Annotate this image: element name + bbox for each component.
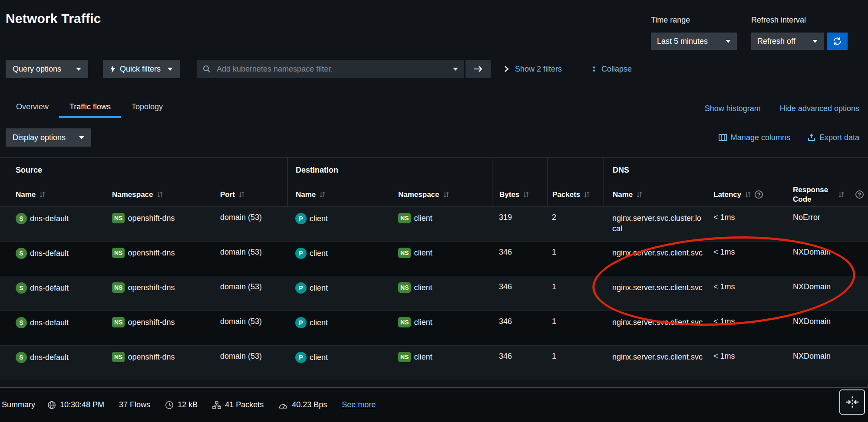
time-range-dropdown[interactable]: Last 5 minutes bbox=[651, 33, 737, 50]
column-header-row: Name Namespace Port Name Namespace Bytes bbox=[0, 183, 868, 207]
dns-latency: < 1ms bbox=[713, 213, 735, 222]
namespace-badge: NS bbox=[112, 282, 125, 293]
table-body: S dns-default NS openshift-dns domain (5… bbox=[0, 207, 868, 380]
show-histogram-label: Show histogram bbox=[705, 104, 761, 113]
hide-advanced-options-label: Hide advanced options bbox=[780, 104, 859, 113]
export-data-link[interactable]: Export data bbox=[808, 133, 859, 142]
show-filters-link[interactable]: Show 2 filters bbox=[515, 65, 562, 74]
refresh-interval-dropdown[interactable]: Refresh off bbox=[751, 33, 824, 50]
column-header-source-port[interactable]: Port bbox=[220, 183, 287, 206]
column-header-dns-response-code[interactable]: Response Code ? bbox=[787, 183, 868, 206]
column-header-dns-name[interactable]: Name bbox=[604, 183, 708, 206]
pod-badge: P bbox=[295, 352, 307, 363]
column-group-source: Source bbox=[0, 158, 287, 183]
column-header-destination-name[interactable]: Name bbox=[287, 183, 398, 206]
tab-topology[interactable]: Topology bbox=[121, 98, 173, 118]
tab-overview[interactable]: Overview bbox=[6, 98, 59, 118]
query-options-button[interactable]: Query options bbox=[6, 60, 88, 78]
destination-name: client bbox=[310, 353, 328, 362]
cell-source-namespace: NS openshift-dns bbox=[112, 207, 220, 241]
table-row[interactable]: S dns-default NS openshift-dns domain (5… bbox=[0, 311, 868, 346]
column-header-dns-latency[interactable]: Latency ? bbox=[708, 183, 787, 206]
cell-destination-namespace: NS client bbox=[398, 346, 492, 380]
cell-dns-name: nginx.server.svc.client.svc bbox=[604, 311, 708, 345]
columns-icon bbox=[719, 134, 727, 141]
sort-icon[interactable] bbox=[40, 191, 45, 198]
help-icon[interactable]: ? bbox=[755, 190, 763, 199]
pod-badge: P bbox=[295, 317, 307, 328]
show-filters-label: Show 2 filters bbox=[515, 65, 562, 74]
sort-icon[interactable] bbox=[320, 191, 325, 198]
column-header-label: Port bbox=[220, 190, 235, 199]
cell-dns-latency: < 1ms bbox=[708, 346, 787, 380]
table-row[interactable]: S dns-default NS openshift-dns domain (5… bbox=[0, 276, 868, 311]
manage-columns-label: Manage columns bbox=[731, 133, 790, 142]
sort-icon[interactable] bbox=[745, 191, 751, 198]
cell-source-port: domain (53) bbox=[220, 276, 287, 311]
collapse-link[interactable]: Collapse bbox=[591, 65, 632, 74]
filter-search-input[interactable] bbox=[216, 64, 448, 74]
column-header-label: Name bbox=[613, 190, 633, 199]
namespace-badge: NS bbox=[398, 248, 411, 258]
time-range-value: Last 5 minutes bbox=[657, 37, 708, 46]
column-header-label: Latency bbox=[713, 190, 741, 199]
column-header-source-namespace[interactable]: Namespace bbox=[112, 183, 220, 206]
time-range-label: Time range bbox=[651, 16, 690, 25]
apply-filter-button[interactable] bbox=[465, 60, 491, 78]
sort-icon[interactable] bbox=[523, 191, 529, 198]
sort-icon[interactable] bbox=[637, 191, 642, 198]
refresh-button[interactable] bbox=[827, 33, 848, 50]
sort-icon[interactable] bbox=[584, 191, 590, 198]
source-namespace: openshift-dns bbox=[128, 353, 175, 362]
display-options-button[interactable]: Display options bbox=[6, 128, 91, 147]
manage-columns-link[interactable]: Manage columns bbox=[719, 133, 790, 142]
column-header-destination-namespace[interactable]: Namespace bbox=[398, 183, 492, 206]
cell-destination-namespace: NS client bbox=[398, 276, 492, 311]
column-group-row: Source Destination DNS bbox=[0, 158, 868, 183]
source-name: dns-default bbox=[30, 214, 69, 223]
cell-destination-name: P client bbox=[287, 346, 398, 380]
dns-latency: < 1ms bbox=[713, 352, 735, 360]
summary-bytes: 12 kB bbox=[178, 400, 198, 409]
table-row[interactable]: S dns-default NS openshift-dns domain (5… bbox=[0, 242, 868, 276]
show-histogram-link[interactable]: Show histogram bbox=[705, 104, 761, 113]
quick-filters-button[interactable]: Quick filters bbox=[103, 60, 180, 78]
destination-namespace: client bbox=[414, 249, 432, 258]
summary-packets-item: 41 Packets bbox=[212, 400, 264, 409]
sort-icon[interactable] bbox=[157, 191, 163, 198]
column-header-source-name[interactable]: Name bbox=[0, 183, 112, 206]
collapse-label: Collapse bbox=[601, 65, 632, 74]
chevron-down-icon bbox=[76, 68, 81, 71]
quick-filters-label: Quick filters bbox=[120, 65, 161, 74]
cell-destination-namespace: NS client bbox=[398, 311, 492, 345]
chevron-down-icon bbox=[168, 68, 173, 71]
cell-destination-name: P client bbox=[287, 242, 398, 276]
help-icon[interactable]: ? bbox=[855, 190, 864, 199]
sort-icon[interactable] bbox=[443, 191, 449, 198]
chevron-right-icon[interactable] bbox=[504, 65, 509, 73]
source-name: dns-default bbox=[30, 353, 69, 362]
packets-value: 1 bbox=[552, 248, 556, 256]
namespace-badge: NS bbox=[112, 213, 125, 223]
column-header-packets[interactable]: Packets bbox=[547, 183, 604, 206]
clock-icon bbox=[165, 401, 174, 409]
pod-badge: P bbox=[295, 248, 307, 259]
collapse-panel-button[interactable] bbox=[839, 389, 865, 415]
table-row[interactable]: S dns-default NS openshift-dns domain (5… bbox=[0, 207, 868, 242]
hide-advanced-options-link[interactable]: Hide advanced options bbox=[780, 104, 859, 113]
dns-name: nginx.server.svc.client.svc bbox=[612, 318, 703, 327]
column-header-label: Bytes bbox=[499, 190, 519, 199]
chevron-down-icon[interactable] bbox=[453, 68, 458, 71]
see-more-link[interactable]: See more bbox=[342, 400, 376, 409]
sort-icon[interactable] bbox=[838, 191, 844, 198]
dns-response-code: NXDomain bbox=[793, 317, 831, 326]
dns-latency: < 1ms bbox=[713, 282, 735, 291]
column-header-bytes[interactable]: Bytes bbox=[492, 183, 547, 206]
table-row[interactable]: S dns-default NS openshift-dns domain (5… bbox=[0, 346, 868, 380]
sort-icon[interactable] bbox=[239, 191, 244, 198]
cell-destination-name: P client bbox=[287, 276, 398, 311]
namespace-filter-searchbox[interactable] bbox=[197, 60, 464, 78]
tab-traffic-flows[interactable]: Traffic flows bbox=[59, 98, 121, 118]
cell-dns-response-code: NoError bbox=[787, 207, 868, 241]
column-header-label: Packets bbox=[552, 190, 580, 199]
